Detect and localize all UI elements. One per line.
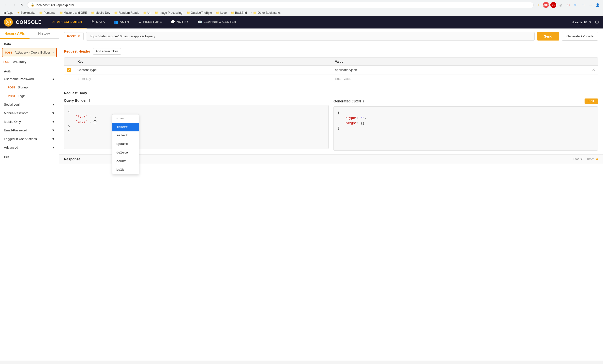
extension-3[interactable]: ⬡ <box>565 2 571 8</box>
sidebar-advanced[interactable]: Advanced ▼ <box>0 143 59 152</box>
bookmark-ui[interactable]: 📁 UI <box>142 11 152 15</box>
sidebar-item-query-builder[interactable]: POST /v1/query - Query Builder › <box>2 48 57 57</box>
bookmark-random-reads[interactable]: 📁 Random Reads <box>113 11 140 15</box>
bookmark-masters[interactable]: 📁 Masters and GRE <box>58 11 89 15</box>
delete-header-button[interactable]: ✕ <box>589 68 598 72</box>
tab-learning-center-label: LEARNING CENTER <box>204 20 236 24</box>
user-dropdown[interactable]: disorder10 ▼ <box>572 20 592 24</box>
sidebar-item-login[interactable]: POST Login <box>0 92 59 100</box>
more-icon: » <box>251 11 253 14</box>
bookmark-levo[interactable]: 📁 Levo <box>214 11 228 15</box>
chevron-down-icon: ▼ <box>52 146 55 149</box>
response-section: Response Status: Time: <box>59 154 603 164</box>
sidebar-item-signup[interactable]: POST Signup <box>0 83 59 92</box>
header-key-input[interactable]: Enter key <box>74 74 332 83</box>
extension-4[interactable]: ✏ <box>573 2 578 8</box>
tab-auth-label: AUTH <box>120 20 129 24</box>
back-button[interactable]: ← <box>2 1 9 8</box>
tab-auth[interactable]: 👥 AUTH <box>109 16 134 28</box>
settings-button[interactable]: ⚙ <box>595 19 599 25</box>
dropdown-option-update[interactable]: update <box>112 140 139 149</box>
dropdown-option-dash[interactable]: ✓ -- <box>112 114 139 123</box>
status-dot <box>596 158 598 160</box>
address-bar[interactable]: 🔒 localhost:9695/api-explorer <box>27 2 534 8</box>
sidebar-item-v1query[interactable]: POST /v1/query <box>0 58 59 66</box>
option-label: count <box>116 159 126 164</box>
bookmark-mobile-dev[interactable]: 📁 Mobile Dev <box>90 11 112 15</box>
folder-icon: 📁 <box>231 11 234 14</box>
json-args-key: "args" <box>345 121 357 125</box>
extension-5[interactable]: ⬡ <box>580 2 586 8</box>
sidebar-logged-in-user-actions[interactable]: Logged in User Actions ▼ <box>0 135 59 143</box>
tab-learning-center[interactable]: 📖 LEARNING CENTER <box>193 16 241 28</box>
info-icon[interactable]: ℹ <box>363 99 364 103</box>
dropdown-option-bulk[interactable]: bulk <box>112 166 139 174</box>
sidebar-mobile-password[interactable]: Mobile-Password ▼ <box>0 109 59 117</box>
json-type-value: "" <box>361 116 365 120</box>
header-checkbox[interactable]: ✓ <box>64 68 74 72</box>
send-button[interactable]: Send <box>537 32 559 41</box>
sidebar-mobile-only[interactable]: Mobile Only ▼ <box>0 117 59 126</box>
extension-abp[interactable]: ABP <box>543 2 549 8</box>
code-type-line: "type" : , ✓ -- insert <box>68 114 324 119</box>
app-logo[interactable] <box>4 18 13 27</box>
reload-button[interactable]: ↻ <box>18 1 25 8</box>
bookmark-personal[interactable]: 📁 Personal <box>38 11 57 15</box>
hasura-logo-icon <box>6 19 11 25</box>
sidebar-item-path: /v1/query <box>13 60 55 64</box>
bookmark-other[interactable]: » 📁 Other Bookmarks <box>249 11 282 15</box>
bookmark-outsidethebyte[interactable]: 📁 OutsideTheByte <box>185 11 213 15</box>
add-admin-token-button[interactable]: Add admin token <box>93 48 121 55</box>
info-icon[interactable]: ℹ <box>89 99 90 102</box>
sidebar-tab-history[interactable]: History <box>30 28 59 38</box>
dropdown-option-select[interactable]: select <box>112 131 139 140</box>
header-value-input[interactable]: Enter Value <box>332 74 589 83</box>
type-dropdown-menu: ✓ -- insert select <box>112 114 139 175</box>
main-layout: Hasura APIs History Data POST /v1/query … <box>0 28 603 361</box>
extension-7[interactable]: 👤 <box>595 2 601 8</box>
dropdown-option-count[interactable]: count <box>112 157 139 166</box>
url-bar-row: POST ▼ Send Generate API code <box>59 28 603 44</box>
generate-api-code-button[interactable]: Generate API code <box>562 32 598 41</box>
extension-2[interactable]: ◎ <box>558 2 564 8</box>
forward-button[interactable]: → <box>10 1 17 8</box>
url-input[interactable] <box>86 32 535 41</box>
header-value-content-type: application/json <box>332 66 589 74</box>
dropdown-option-delete[interactable]: delete <box>112 149 139 157</box>
method-badge-post: POST <box>8 86 16 89</box>
request-header-title-row: Request Header Add admin token <box>64 48 598 55</box>
tab-api-explorer[interactable]: ⚠ API EXPLORER <box>48 16 87 28</box>
star-icon[interactable]: ☆ <box>536 2 542 8</box>
chevron-down-icon: ▼ <box>52 103 55 106</box>
bookmark-backend[interactable]: 📁 BackEnd <box>229 11 248 15</box>
dropdown-option-insert[interactable]: insert <box>112 123 139 132</box>
tab-notify[interactable]: 💬 NOTIFY <box>166 16 193 28</box>
method-select[interactable]: POST ▼ <box>64 32 84 40</box>
bookmark-image-processing[interactable]: 📁 Image Processing <box>153 11 184 15</box>
sidebar: Hasura APIs History Data POST /v1/query … <box>0 28 59 361</box>
chevron-down-icon: ▼ <box>52 120 55 124</box>
bookmark-label: Bookmarks <box>20 11 35 14</box>
request-header-title: Request Header <box>64 49 90 53</box>
main-navigation: ⚠ API EXPLORER 🗄 DATA 👥 AUTH ☁ FILESTORE… <box>48 16 572 28</box>
body-panels: Query Builder ℹ { "type" : , ✓ <box>64 98 598 151</box>
bookmark-apps[interactable]: ⊞ Apps <box>2 11 15 15</box>
header-checkbox-empty[interactable] <box>64 77 74 81</box>
tab-data[interactable]: 🗄 DATA <box>87 16 109 28</box>
option-label: select <box>116 133 128 138</box>
sidebar-label: Mobile-Password <box>4 111 29 115</box>
edit-button[interactable]: Edit <box>585 98 598 104</box>
sidebar-tab-hasura-apis[interactable]: Hasura APIs <box>0 28 30 39</box>
extension-1[interactable]: ⊘ <box>550 2 556 8</box>
sidebar-username-password[interactable]: Username-Password ▲ <box>0 75 59 83</box>
sidebar-social-login[interactable]: Social Login ▼ <box>0 100 59 109</box>
sidebar-item-path: Login <box>18 94 55 98</box>
sidebar-email-password[interactable]: Email-Password ▼ <box>0 126 59 135</box>
type-dropdown-container: , ✓ -- insert <box>95 114 97 119</box>
extension-6[interactable]: ⋯ <box>587 2 593 8</box>
query-builder-code-area[interactable]: { "type" : , ✓ -- <box>64 105 329 149</box>
bookmark-bookmarks[interactable]: ★ Bookmarks <box>16 11 37 15</box>
tab-filestore[interactable]: ☁ FILESTORE <box>134 16 166 28</box>
header-row-empty: Enter key Enter Value <box>64 74 598 83</box>
app-title: CONSOLE <box>16 19 42 25</box>
